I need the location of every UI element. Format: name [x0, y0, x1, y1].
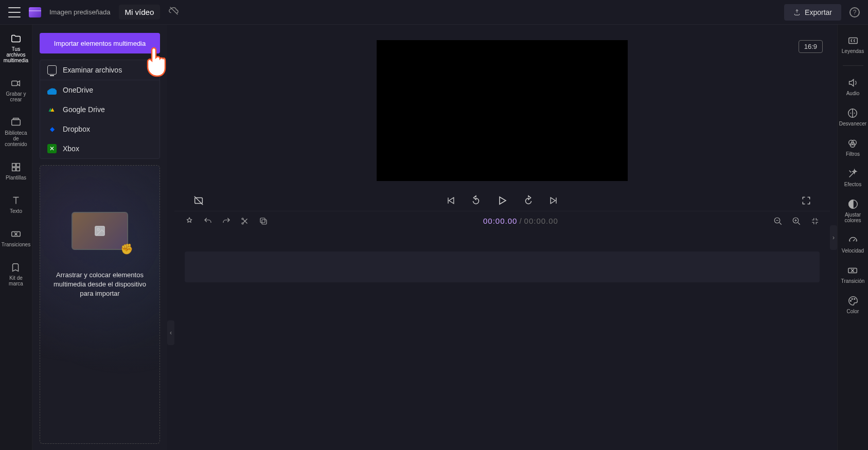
svg-rect-1 — [12, 81, 17, 85]
right-item-label: Ajustar colores — [838, 212, 868, 223]
left-sidebar: Tus archivos multimedia Grabar y crear B… — [0, 25, 32, 450]
timeline-body[interactable] — [174, 231, 830, 450]
svg-line-0 — [170, 7, 178, 15]
grab-cursor-icon: ✊ — [120, 243, 133, 255]
monitor-icon — [47, 65, 57, 75]
export-button[interactable]: Exportar — [784, 4, 841, 21]
safe-zone-icon[interactable] — [193, 195, 204, 206]
time-display: 00:00.00/00:00.00 — [277, 217, 764, 226]
timeline-track[interactable] — [185, 251, 820, 282]
google-drive-icon — [47, 105, 57, 114]
svg-rect-6 — [12, 168, 15, 171]
sidebar-item-record[interactable]: Grabar y crear — [0, 76, 32, 104]
right-item-label: Desvanecer — [839, 121, 866, 127]
right-item-speed[interactable]: Velocidad — [842, 235, 864, 254]
total-time: 00:00.00 — [524, 217, 558, 225]
import-option-browse[interactable]: Examinar archivos — [40, 60, 160, 80]
aspect-ratio-button[interactable]: 16:9 — [799, 40, 823, 53]
import-option-gdrive[interactable]: Google Drive — [40, 100, 160, 119]
svg-point-28 — [854, 298, 855, 299]
right-item-label: Efectos — [844, 182, 861, 187]
skip-forward-icon[interactable] — [548, 195, 559, 206]
import-option-label: Dropbox — [63, 125, 90, 133]
skip-back-icon[interactable] — [446, 195, 456, 206]
duplicate-icon[interactable] — [259, 217, 268, 226]
svg-point-14 — [242, 223, 243, 224]
sidebar-item-templates[interactable]: Plantillas — [4, 159, 28, 183]
xbox-icon: ✕ — [47, 144, 57, 153]
media-dropzone[interactable]: ✊ Arrastrar y colocar elementos multimed… — [40, 165, 160, 444]
svg-rect-15 — [262, 220, 267, 224]
zoom-in-icon[interactable] — [792, 217, 801, 226]
onedrive-icon — [47, 85, 57, 95]
dropbox-icon: ◆ — [47, 124, 57, 134]
right-item-label: Color — [847, 309, 859, 314]
sidebar-item-text[interactable]: Texto — [8, 193, 24, 216]
import-option-dropbox[interactable]: ◆ Dropbox — [40, 119, 160, 139]
import-dropdown: Examinar archivos OneDrive Google Drive … — [40, 60, 160, 159]
current-time: 00:00.00 — [483, 217, 517, 225]
import-option-onedrive[interactable]: OneDrive — [40, 80, 160, 100]
right-item-label: Audio — [846, 91, 860, 96]
undo-icon[interactable] — [203, 217, 212, 226]
rewind-icon[interactable] — [470, 195, 482, 206]
import-option-label: Google Drive — [63, 105, 105, 114]
svg-point-26 — [850, 300, 851, 301]
svg-point-10 — [97, 228, 99, 230]
menu-hamburger-icon[interactable] — [8, 7, 21, 17]
help-icon[interactable]: ? — [849, 7, 860, 17]
preview-area: 16:9 — [174, 25, 830, 186]
svg-rect-19 — [848, 38, 857, 44]
sidebar-item-label: Tus archivos multimedia — [2, 46, 30, 63]
right-item-filters[interactable]: Filtros — [846, 138, 860, 157]
sidebar-item-label: Kit de marca — [2, 275, 30, 286]
svg-rect-5 — [16, 164, 20, 167]
import-media-button[interactable]: Importar elementos multimedia — [40, 33, 160, 53]
svg-point-13 — [242, 218, 243, 220]
zoom-out-icon[interactable] — [773, 217, 783, 226]
collapse-left-panel-button[interactable]: ‹ — [167, 320, 174, 345]
playback-controls — [174, 186, 830, 211]
timeline-toolbar: 00:00.00/00:00.00 — [174, 211, 830, 231]
import-option-xbox[interactable]: ✕ Xbox — [40, 139, 160, 158]
video-title[interactable]: Mi vídeo — [119, 5, 161, 20]
right-item-label: Velocidad — [842, 248, 864, 254]
split-icon[interactable] — [240, 217, 250, 226]
collapse-right-panel-button[interactable]: › — [830, 225, 837, 250]
magic-icon[interactable] — [185, 217, 194, 226]
topbar: Imagen prediseñada Mi vídeo Exportar ? — [0, 0, 868, 25]
minimize-icon[interactable] — [810, 217, 820, 226]
right-item-effects[interactable]: Efectos — [844, 168, 861, 187]
right-sidebar: Leyendas Audio Desvanecer Filtros Efecto… — [837, 25, 868, 450]
dropzone-text: Arrastrar y colocar elementos multimedia… — [40, 271, 160, 299]
right-item-label: Filtros — [846, 151, 860, 157]
svg-rect-7 — [16, 168, 20, 171]
sidebar-item-brandkit[interactable]: Kit de marca — [0, 260, 32, 289]
app-logo-icon — [29, 7, 41, 17]
right-item-fade[interactable]: Desvanecer — [839, 107, 866, 127]
play-icon[interactable] — [496, 194, 508, 207]
sidebar-item-media[interactable]: Tus archivos multimedia — [0, 31, 32, 65]
right-item-color[interactable]: Color — [847, 295, 859, 314]
forward-icon[interactable] — [523, 195, 534, 206]
sidebar-item-library[interactable]: Biblioteca de contenido — [0, 115, 32, 149]
right-item-transition[interactable]: Transición — [841, 265, 865, 284]
svg-rect-16 — [260, 218, 265, 223]
right-item-label: Transición — [841, 278, 865, 284]
svg-rect-4 — [12, 164, 15, 167]
right-item-captions[interactable]: Leyendas — [842, 35, 864, 54]
editor-center: 16:9 00:00.00/00:00.00 — [174, 25, 830, 450]
separator — [843, 65, 863, 66]
fullscreen-icon[interactable] — [801, 195, 811, 206]
svg-rect-3 — [13, 118, 19, 120]
svg-rect-2 — [12, 120, 21, 125]
sidebar-item-transitions[interactable]: Transiciones — [0, 226, 32, 249]
redo-icon[interactable] — [222, 217, 231, 226]
clipart-label: Imagen prediseñada — [49, 8, 111, 16]
sidebar-item-label: Plantillas — [6, 175, 26, 181]
right-item-audio[interactable]: Audio — [846, 77, 860, 96]
sidebar-item-label: Grabar y crear — [2, 91, 30, 102]
cloud-off-icon[interactable] — [168, 5, 180, 19]
video-canvas[interactable] — [377, 40, 628, 181]
right-item-adjust-colors[interactable]: Ajustar colores — [838, 199, 868, 223]
